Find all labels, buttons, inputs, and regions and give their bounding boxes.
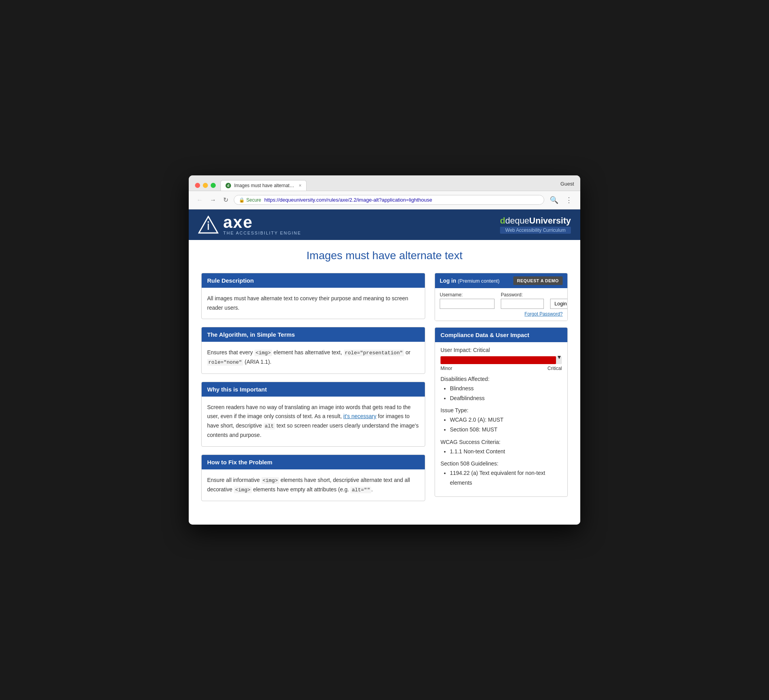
algorithm-text-middle2: or bbox=[404, 349, 410, 355]
algorithm-header: The Algorithm, in Simple Terms bbox=[202, 327, 425, 342]
login-title: Log in (Premium content) bbox=[440, 278, 500, 284]
guest-label: Guest bbox=[560, 181, 574, 190]
impact-bar-fill bbox=[440, 356, 556, 364]
impact-scale: Minor Critical bbox=[440, 366, 562, 371]
page-title: Images must have alternate text bbox=[201, 249, 568, 262]
algorithm-text-middle: element has alternative text, bbox=[272, 349, 344, 355]
tab-title: Images must have alternate te… bbox=[234, 183, 296, 188]
axe-brand-text: axe bbox=[223, 214, 301, 231]
axe-text: axe THE ACCESSIBILITY ENGINE bbox=[223, 214, 301, 235]
fix-code3: alt="" bbox=[350, 487, 371, 493]
reload-button[interactable]: ↻ bbox=[222, 195, 230, 205]
disabilities-title: Disabilities Affected: bbox=[440, 376, 562, 382]
why-important-body: Screen readers have no way of translatin… bbox=[202, 397, 425, 446]
list-item: Deafblindness bbox=[450, 393, 562, 403]
username-field-group: Username: bbox=[440, 292, 495, 309]
algorithm-code1: <img> bbox=[255, 350, 272, 356]
login-title-text: Log in bbox=[440, 278, 456, 284]
deque-suffix-text: University bbox=[529, 216, 571, 226]
algorithm-code2: role="presentation" bbox=[344, 350, 404, 356]
main-right: Log in (Premium content) REQUEST A DEMO … bbox=[435, 273, 568, 497]
fix-text-suffix: . bbox=[371, 486, 373, 493]
rule-description-section: Rule Description All images must have al… bbox=[201, 273, 425, 319]
close-button[interactable] bbox=[195, 183, 200, 188]
impact-bar-indicator-icon: ▼ bbox=[556, 354, 562, 360]
password-input[interactable] bbox=[501, 299, 544, 309]
necessary-link[interactable]: it's necessary bbox=[343, 413, 376, 419]
rule-description-body: All images must have alternate text to c… bbox=[202, 288, 425, 319]
secure-badge: 🔒 Secure bbox=[239, 197, 261, 203]
tab-favicon-icon: d bbox=[226, 183, 231, 188]
url-display: https://dequeuniversity.com/rules/axe/2.… bbox=[264, 197, 432, 203]
user-impact: User Impact: Critical bbox=[440, 347, 562, 353]
compliance-header: Compliance Data & User Impact bbox=[435, 328, 567, 342]
algorithm-code3: role="none" bbox=[207, 359, 243, 366]
username-label: Username: bbox=[440, 292, 495, 298]
fix-code2: <img> bbox=[234, 487, 251, 493]
address-bar-input[interactable]: 🔒 Secure https://dequeuniversity.com/rul… bbox=[234, 195, 544, 205]
main-left: Rule Description All images must have al… bbox=[201, 273, 425, 509]
deque-logo-text: ddequeUniversity bbox=[500, 216, 571, 226]
tab-bar: d Images must have alternate te… × bbox=[220, 180, 556, 191]
username-input[interactable] bbox=[440, 299, 495, 309]
axe-logo: axe THE ACCESSIBILITY ENGINE bbox=[198, 214, 301, 235]
alt-code: alt bbox=[264, 423, 275, 429]
rule-description-header: Rule Description bbox=[202, 273, 425, 288]
list-item: WCAG 2.0 (A): MUST bbox=[450, 415, 562, 425]
secure-text: Secure bbox=[246, 197, 261, 203]
active-tab[interactable]: d Images must have alternate te… × bbox=[220, 180, 307, 191]
window-controls bbox=[195, 183, 216, 188]
deque-d-icon: d bbox=[500, 216, 505, 226]
wcag-list: 1.1.1 Non-text Content bbox=[440, 447, 562, 456]
list-item: 1194.22 (a) Text equivalent for non-text… bbox=[450, 468, 562, 488]
disabilities-list: Blindness Deafblindness bbox=[440, 384, 562, 403]
algorithm-section: The Algorithm, in Simple Terms Ensures t… bbox=[201, 327, 425, 373]
request-demo-button[interactable]: REQUEST A DEMO bbox=[513, 276, 563, 285]
wcag-section: WCAG Success Criteria: 1.1.1 Non-text Co… bbox=[440, 439, 562, 456]
impact-bar-track: ▼ bbox=[440, 356, 562, 364]
login-header: Log in (Premium content) REQUEST A DEMO bbox=[435, 273, 567, 288]
why-important-header: Why this is Important bbox=[202, 382, 425, 397]
scale-min-label: Minor bbox=[440, 366, 452, 371]
deque-subtitle-text: Web Accessibility Curriculum bbox=[500, 227, 571, 234]
address-text: https://dequeuniversity.com/rules/axe/2.… bbox=[264, 197, 539, 203]
section508-list: 1194.22 (a) Text equivalent for non-text… bbox=[440, 468, 562, 488]
user-impact-value: Critical bbox=[473, 347, 490, 353]
search-button[interactable]: 🔍 bbox=[548, 194, 560, 206]
svg-point-2 bbox=[208, 221, 209, 223]
list-item: Blindness bbox=[450, 384, 562, 393]
maximize-button[interactable] bbox=[211, 183, 216, 188]
tab-close-icon[interactable]: × bbox=[299, 183, 301, 188]
section508-title: Section 508 Guidelines: bbox=[440, 460, 562, 467]
password-label: Password: bbox=[501, 292, 544, 298]
lock-icon: 🔒 bbox=[239, 197, 245, 203]
compliance-box: Compliance Data & User Impact User Impac… bbox=[435, 327, 568, 497]
deque-prefix-text: deque bbox=[505, 216, 529, 226]
minimize-button[interactable] bbox=[203, 183, 208, 188]
how-to-fix-section: How to Fix the Problem Ensure all inform… bbox=[201, 455, 425, 501]
login-button[interactable]: Login bbox=[550, 299, 568, 309]
disabilities-section: Disabilities Affected: Blindness Deafbli… bbox=[440, 376, 562, 403]
user-impact-label: User Impact: bbox=[440, 347, 471, 353]
axe-tagline-text: THE ACCESSIBILITY ENGINE bbox=[223, 231, 301, 235]
fix-code1: <img> bbox=[262, 477, 279, 484]
menu-button[interactable]: ⋮ bbox=[564, 194, 574, 206]
list-item: 1.1.1 Non-text Content bbox=[450, 447, 562, 456]
password-field-group: Password: bbox=[501, 292, 544, 309]
scale-max-label: Critical bbox=[547, 366, 562, 371]
how-to-fix-header: How to Fix the Problem bbox=[202, 455, 425, 469]
login-fields: Username: Password: Login bbox=[440, 292, 563, 309]
forward-button[interactable]: → bbox=[208, 195, 218, 205]
back-button[interactable]: ← bbox=[195, 195, 204, 205]
list-item: Section 508: MUST bbox=[450, 425, 562, 435]
why-important-section: Why this is Important Screen readers hav… bbox=[201, 382, 425, 447]
algorithm-body: Ensures that every <img> element has alt… bbox=[202, 342, 425, 373]
impact-bar-wrap: ▼ bbox=[440, 356, 562, 364]
page-content: Images must have alternate text Rule Des… bbox=[189, 240, 580, 525]
axe-triangle-icon bbox=[198, 216, 218, 234]
login-box: Log in (Premium content) REQUEST A DEMO … bbox=[435, 273, 568, 321]
algorithm-text-prefix: Ensures that every bbox=[207, 349, 255, 355]
forgot-password-link[interactable]: Forgot Password? bbox=[440, 311, 563, 317]
how-to-fix-body: Ensure all informative <img> elements ha… bbox=[202, 469, 425, 501]
issue-type-section: Issue Type: WCAG 2.0 (A): MUST Section 5… bbox=[440, 407, 562, 435]
